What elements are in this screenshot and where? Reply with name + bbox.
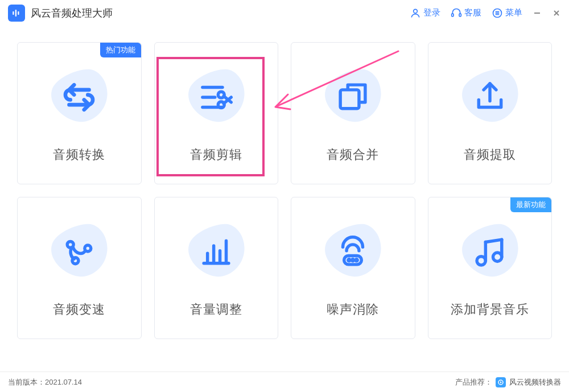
card-audio-convert[interactable]: 热门功能 音频转换	[17, 42, 142, 184]
card-label: 音频变速	[53, 301, 105, 318]
svg-point-33	[356, 259, 357, 261]
card-label: 音频合并	[327, 146, 379, 163]
feature-grid: 热门功能 音频转换 音频剪辑 音频合并	[17, 42, 552, 339]
edit-scissors-icon	[196, 77, 236, 117]
card-label: 音频提取	[464, 146, 516, 163]
card-label: 音量调整	[190, 301, 242, 318]
card-noise-remove[interactable]: 噪声消除	[291, 197, 415, 339]
volume-icon	[196, 232, 236, 272]
menu-button[interactable]: 菜单	[492, 7, 522, 19]
svg-point-3	[414, 9, 418, 13]
version-value: 2021.07.14	[45, 378, 82, 386]
app-title: 风云音频处理大师	[31, 6, 113, 20]
card-add-bgm[interactable]: 最新功能 添加背景音乐	[428, 197, 552, 339]
app-logo-icon	[8, 5, 25, 22]
music-note-icon	[470, 232, 510, 272]
svg-rect-20	[340, 90, 359, 109]
extract-icon	[470, 77, 510, 117]
svg-rect-1	[15, 10, 17, 16]
card-label: 音频转换	[53, 146, 105, 163]
login-button[interactable]: 登录	[410, 7, 440, 19]
login-label: 登录	[423, 7, 440, 18]
speed-icon	[59, 232, 99, 272]
card-audio-edit[interactable]: 音频剪辑	[154, 42, 279, 184]
menu-label: 菜单	[505, 7, 522, 18]
promo-label: 产品推荐：	[455, 377, 492, 387]
card-label: 音频剪辑	[190, 146, 242, 163]
promo-product-icon	[496, 377, 506, 387]
svg-rect-4	[452, 13, 453, 16]
footer: 当前版本： 2021.07.14 产品推荐： 风云视频转换器	[0, 372, 569, 392]
card-label: 噪声消除	[327, 301, 379, 318]
card-label: 添加背景音乐	[451, 301, 529, 318]
service-label: 客服	[464, 7, 481, 18]
badge-hot: 热门功能	[100, 43, 141, 57]
svg-point-32	[352, 259, 354, 261]
svg-rect-2	[18, 11, 19, 15]
denoise-icon	[333, 232, 373, 272]
card-volume-adjust[interactable]: 音量调整	[154, 197, 279, 339]
version-label: 当前版本：	[8, 377, 45, 387]
titlebar: 风云音频处理大师 登录 客服 菜单	[0, 0, 569, 26]
svg-line-38	[485, 240, 501, 242]
card-audio-merge[interactable]: 音频合并	[291, 42, 415, 184]
convert-icon	[59, 77, 99, 117]
card-audio-extract[interactable]: 音频提取	[428, 42, 552, 184]
promo-product[interactable]: 风云视频转换器	[509, 377, 561, 387]
service-button[interactable]: 客服	[451, 7, 481, 19]
close-button[interactable]	[552, 9, 561, 18]
badge-new: 最新功能	[510, 197, 551, 212]
svg-rect-5	[459, 13, 461, 16]
main-content: 热门功能 音频转换 音频剪辑 音频合并	[0, 26, 569, 339]
card-audio-speed[interactable]: 音频变速	[17, 197, 142, 339]
merge-icon	[333, 77, 373, 117]
svg-rect-0	[13, 11, 14, 15]
svg-point-31	[348, 259, 350, 261]
minimize-button[interactable]	[533, 9, 542, 18]
